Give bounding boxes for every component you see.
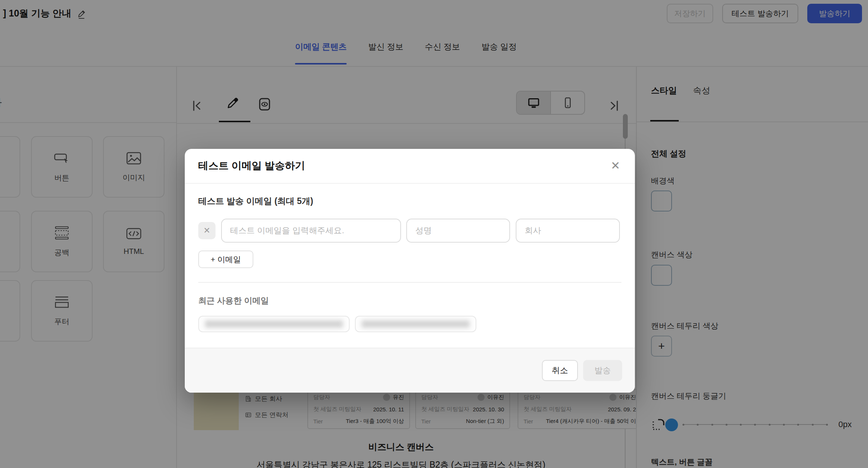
modal-footer: 취소 발송 [185, 348, 635, 393]
cancel-button[interactable]: 취소 [542, 360, 578, 381]
remove-row-icon[interactable]: ✕ [198, 222, 216, 239]
modal-header: 테스트 이메일 발송하기 ✕ [185, 149, 635, 184]
add-email-button[interactable]: + 이메일 [198, 250, 253, 268]
email-editor-app: ] 10월 기능 안내 저장하기 테스트 발송하기 발송하기 이메일 콘텐츠 발… [0, 0, 868, 468]
test-email-modal: 테스트 이메일 발송하기 ✕ 테스트 발송 이메일 (최대 5개) ✕ + 이메… [185, 149, 635, 393]
recent-email-chip[interactable] [198, 316, 350, 332]
company-input[interactable] [516, 219, 620, 243]
modal-divider [198, 282, 621, 283]
redacted-email [362, 320, 470, 328]
recent-emails-label: 최근 사용한 이메일 [198, 295, 269, 306]
redacted-email [205, 320, 343, 328]
close-icon[interactable]: ✕ [607, 157, 624, 174]
recipients-label: 테스트 발송 이메일 (최대 5개) [198, 195, 313, 207]
name-input[interactable] [406, 219, 510, 243]
modal-title: 테스트 이메일 발송하기 [198, 159, 305, 172]
modal-send-button[interactable]: 발송 [583, 360, 622, 381]
recent-email-chip[interactable] [355, 316, 476, 332]
test-email-input[interactable] [221, 219, 401, 243]
